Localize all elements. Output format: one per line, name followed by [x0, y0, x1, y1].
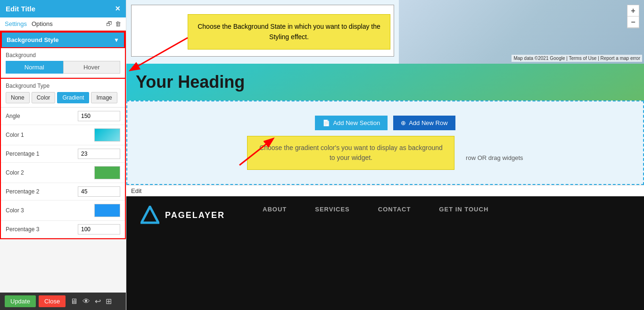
bg-type-color[interactable]: Color — [32, 92, 56, 103]
background-style-label: Background Style — [7, 36, 59, 43]
percentage2-label: Percentage 2 — [6, 188, 78, 195]
panel-title: Edit Title — [6, 5, 35, 13]
background-style-section: Background Style ▼ Background Normal Hov… — [0, 31, 126, 79]
add-section-label: Add New Section — [333, 119, 380, 126]
map-placeholder: Map data ©2021 Google | Terms of Use | R… — [399, 0, 644, 64]
editor-area: 📄 Add New Section ⊕ Add New Row Choose t… — [126, 101, 644, 185]
edit-bar: Edit — [126, 185, 644, 196]
add-row-icon: ⊕ — [401, 119, 406, 126]
editor-hint: Choose the gradient color's you want to … — [247, 136, 523, 170]
color2-swatch[interactable] — [94, 166, 120, 179]
state-toggle: Normal Hover — [6, 61, 120, 74]
chevron-down-icon: ▼ — [114, 37, 119, 43]
row-hint-text: row OR drag widgets — [466, 154, 523, 161]
add-row-label: Add New Row — [409, 119, 447, 126]
logo-icon — [140, 206, 159, 225]
tab-icons: 🗗 🗑 — [106, 20, 121, 27]
logo-text: PAGELAYER — [165, 210, 225, 220]
panel-body: Background Style ▼ Background Normal Hov… — [0, 31, 126, 293]
tab-settings[interactable]: Settings — [5, 20, 27, 27]
tooltip2-box: Choose the gradient color's you want to … — [247, 136, 454, 170]
percentage1-input[interactable] — [78, 149, 120, 159]
angle-field: Angle — [1, 108, 125, 125]
footer-nav-get-in-touch: GET IN TOUCH — [439, 206, 488, 213]
percentage3-label: Percentage 3 — [6, 226, 78, 233]
map-controls: + − — [627, 5, 639, 28]
color3-swatch[interactable] — [94, 204, 120, 217]
text-box-area — [126, 0, 399, 64]
bg-type-gradient[interactable]: Gradient — [57, 92, 89, 103]
map-attribution: Map data ©2021 Google | Terms of Use | R… — [512, 55, 642, 62]
editor-buttons: 📄 Add New Section ⊕ Add New Row — [315, 116, 455, 130]
bg-type-buttons: None Color Gradient Image — [6, 92, 120, 103]
add-section-button[interactable]: 📄 Add New Section — [315, 116, 388, 130]
panel-header: Edit Title × — [0, 0, 126, 17]
desktop-icon[interactable]: 🖥 — [70, 297, 78, 306]
eye-icon[interactable]: 👁 — [83, 297, 90, 306]
left-panel: Edit Title × Settings Options 🗗 🗑 Backgr… — [0, 0, 126, 310]
panel-tabs: Settings Options 🗗 🗑 — [0, 17, 126, 31]
color3-field: Color 3 — [1, 201, 125, 221]
add-section-icon: 📄 — [322, 119, 330, 126]
history-icon[interactable]: ↩ — [95, 297, 101, 306]
normal-button[interactable]: Normal — [6, 61, 63, 74]
network-icon[interactable]: ⊞ — [106, 297, 112, 306]
color2-label: Color 2 — [6, 169, 94, 176]
bg-type-inner: Background Type None Color Gradient Imag… — [1, 79, 125, 108]
footer-nav: ABOUT SERVICES CONTACT GET IN TOUCH — [263, 206, 488, 213]
bg-type-label: Background Type — [6, 83, 120, 89]
percentage2-field: Percentage 2 — [1, 183, 125, 201]
percentage2-input[interactable] — [78, 186, 120, 197]
background-field-group: Background Normal Hover — [1, 48, 125, 78]
trash-icon[interactable]: 🗑 — [115, 20, 121, 27]
close-button[interactable]: Close — [39, 295, 66, 307]
percentage3-field: Percentage 3 — [1, 221, 125, 238]
logo-svg — [140, 206, 159, 225]
text-input[interactable] — [131, 5, 394, 57]
footer-logo: PAGELAYER — [140, 206, 225, 225]
footer-nav-contact: CONTACT — [378, 206, 411, 213]
heading-section: Your Heading — [126, 64, 644, 101]
color1-field: Color 1 — [1, 125, 125, 145]
angle-input[interactable] — [78, 111, 120, 121]
top-area: Map data ©2021 Google | Terms of Use | R… — [126, 0, 644, 64]
add-row-button[interactable]: ⊕ Add New Row — [393, 116, 455, 130]
hover-button[interactable]: Hover — [63, 61, 121, 74]
copy-icon[interactable]: 🗗 — [106, 20, 112, 27]
map-zoom-in-button[interactable]: + — [627, 5, 639, 17]
color2-field: Color 2 — [1, 163, 125, 183]
percentage1-label: Percentage 1 — [6, 151, 78, 157]
bg-type-image[interactable]: Image — [91, 92, 117, 103]
tab-options[interactable]: Options — [32, 20, 53, 27]
color1-label: Color 1 — [6, 132, 94, 138]
bg-type-none[interactable]: None — [6, 92, 30, 103]
background-type-section: Background Type None Color Gradient Imag… — [0, 79, 126, 239]
background-style-header[interactable]: Background Style ▼ — [1, 32, 125, 48]
map-zoom-out-button[interactable]: − — [627, 17, 639, 28]
bottom-bar: Update Close 🖥 👁 ↩ ⊞ — [0, 293, 126, 310]
map-area: Map data ©2021 Google | Terms of Use | R… — [399, 0, 644, 64]
percentage1-field: Percentage 1 — [1, 145, 125, 163]
color3-label: Color 3 — [6, 207, 94, 214]
percentage3-input[interactable] — [78, 224, 120, 235]
color1-swatch[interactable] — [94, 128, 120, 142]
footer-nav-about: ABOUT — [263, 206, 287, 213]
background-label: Background — [6, 52, 120, 59]
footer-nav-services: SERVICES — [315, 206, 350, 213]
angle-label: Angle — [6, 113, 78, 119]
update-button[interactable]: Update — [5, 295, 36, 307]
footer-section: PAGELAYER ABOUT SERVICES CONTACT GET IN … — [126, 196, 644, 310]
panel-close-button[interactable]: × — [115, 4, 120, 14]
page-heading: Your Heading — [136, 72, 635, 92]
edit-label: Edit — [131, 187, 141, 194]
right-content: Map data ©2021 Google | Terms of Use | R… — [126, 0, 644, 310]
